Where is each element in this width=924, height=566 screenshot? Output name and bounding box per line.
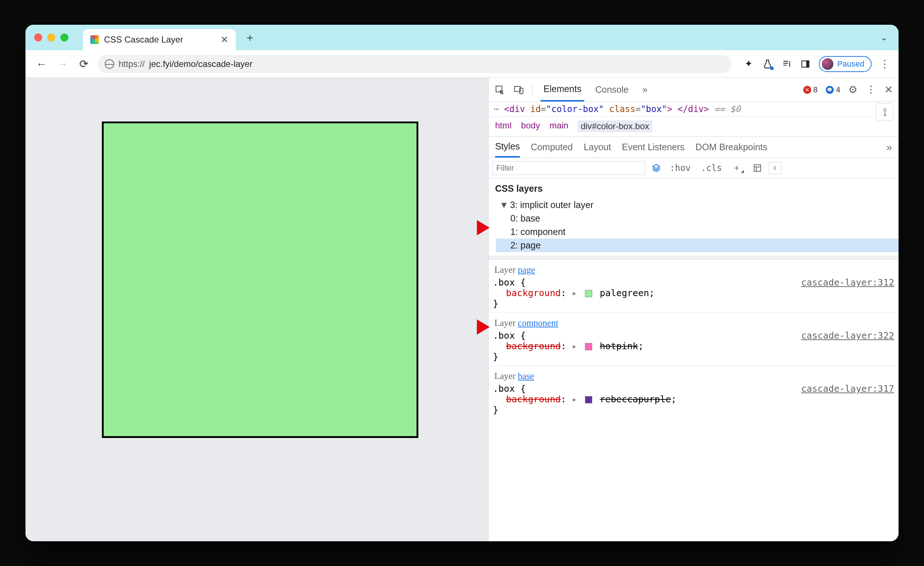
crumb-main[interactable]: main <box>549 120 568 132</box>
tab-elements[interactable]: Elements <box>541 78 584 102</box>
forward-button[interactable]: → <box>55 58 70 70</box>
minimize-window-button[interactable] <box>47 33 55 42</box>
subtab-overflow-button[interactable]: » <box>886 141 892 153</box>
hov-toggle[interactable]: :hov <box>668 163 693 173</box>
tab-overflow-button[interactable]: ⌄ <box>880 32 888 42</box>
avatar-icon <box>822 58 833 70</box>
site-info-icon[interactable] <box>105 59 114 69</box>
layer-label: Layer component <box>493 316 894 330</box>
rule-close-brace: } <box>493 351 894 362</box>
rule-source-link[interactable]: cascade-layer:322 <box>801 330 894 341</box>
layer-parent-label: 3: implicit outer layer <box>510 200 593 210</box>
svg-rect-5 <box>754 165 760 171</box>
dom-breadcrumbs: html body main div#color-box.box <box>489 117 898 137</box>
error-icon: ✕ <box>803 86 811 94</box>
info-icon: 💬 <box>826 86 834 94</box>
devtools-panel: Elements Console » ✕ 8 💬 4 ⚙ ⋮ ✕ ⋯ <box>488 78 898 541</box>
css-layers-tree: ▼ 3: implicit outer layer 0: base 1: com… <box>489 196 898 256</box>
rule-close-brace: } <box>493 404 894 415</box>
settings-icon[interactable]: ⚙ <box>848 84 857 96</box>
ellipsis-icon: ⋯ <box>494 104 499 114</box>
divider <box>489 256 898 259</box>
elements-source-row[interactable]: ⋯ <div id="color-box" class="box"> </div… <box>489 102 898 117</box>
info-count-badge[interactable]: 💬 4 <box>826 85 840 95</box>
side-panel-icon[interactable] <box>800 59 811 69</box>
annotation-arrow-icon <box>461 217 490 239</box>
css-property-name: background <box>506 394 561 404</box>
devtools-menu-button[interactable]: ⋮ <box>866 84 876 95</box>
cls-toggle[interactable]: .cls <box>699 163 724 173</box>
device-toolbar-icon[interactable] <box>513 84 524 95</box>
tab-console[interactable]: Console <box>592 78 632 102</box>
rule-selector[interactable]: .box { <box>493 330 526 341</box>
color-swatch-icon[interactable] <box>585 290 592 297</box>
crumb-body[interactable]: body <box>521 120 540 132</box>
layer-tree-parent[interactable]: ▼ 3: implicit outer layer <box>496 198 898 212</box>
rule-close-brace: } <box>493 298 894 309</box>
rule-selector[interactable]: .box { <box>493 277 526 288</box>
reload-button[interactable]: ⟳ <box>76 57 91 70</box>
subtab-event-listeners[interactable]: Event Listeners <box>622 137 685 158</box>
maximize-window-button[interactable] <box>60 33 68 42</box>
rule-selector[interactable]: .box { <box>493 383 526 394</box>
css-property-value: rebeccapurple <box>600 394 671 404</box>
computed-styles-icon[interactable] <box>752 162 763 174</box>
devtools-toolbar: Elements Console » ✕ 8 💬 4 ⚙ ⋮ ✕ <box>489 78 898 102</box>
css-property-row[interactable]: background: ▸ palegreen; <box>493 288 894 298</box>
page-viewport <box>26 78 488 541</box>
color-swatch-icon[interactable] <box>585 343 592 350</box>
css-property-value: palegreen <box>600 288 649 298</box>
src-attr-class: class <box>609 104 635 114</box>
paused-label: Paused <box>837 59 864 69</box>
browser-tab[interactable]: CSS Cascade Layer ✕ <box>83 29 236 50</box>
crumb-html[interactable]: html <box>495 120 512 132</box>
tab-title: CSS Cascade Layer <box>104 35 183 45</box>
layer-link[interactable]: component <box>518 318 558 328</box>
crumb-selected[interactable]: div#color-box.box <box>578 120 652 132</box>
profile-paused-pill[interactable]: Paused <box>819 56 872 72</box>
reading-list-icon[interactable] <box>781 59 792 69</box>
new-style-rule-button[interactable]: ＋◢ <box>730 162 746 174</box>
layer-tree-item[interactable]: 0: base <box>496 212 898 225</box>
labs-icon[interactable] <box>762 59 773 69</box>
color-swatch-icon[interactable] <box>585 396 592 404</box>
rule-source-link[interactable]: cascade-layer:312 <box>801 277 894 288</box>
layer-link[interactable]: base <box>518 371 534 381</box>
css-property-name: background <box>506 288 561 298</box>
subtab-styles[interactable]: Styles <box>495 137 520 158</box>
layer-tree-item-selected[interactable]: 2: page <box>496 239 898 252</box>
layer-tree-item[interactable]: 1: component <box>496 225 898 239</box>
back-button[interactable]: ← <box>34 58 49 70</box>
layers-toggle-icon[interactable] <box>651 162 662 174</box>
layer-link[interactable]: page <box>518 265 535 275</box>
expand-shorthand-icon[interactable]: ▸ <box>572 288 578 298</box>
styles-subtabs: Styles Computed Layout Event Listeners D… <box>489 137 898 158</box>
src-attr-id: id <box>530 104 541 114</box>
accessibility-icon[interactable]: ⟟ <box>876 103 894 121</box>
close-devtools-button[interactable]: ✕ <box>884 84 893 96</box>
subtab-computed[interactable]: Computed <box>531 137 573 158</box>
layer-label: Layer page <box>493 263 894 277</box>
css-property-value: hotpink <box>600 341 638 351</box>
toggle-sidebar-icon[interactable] <box>769 162 781 174</box>
rule-source-link[interactable]: cascade-layer:317 <box>801 383 894 394</box>
styles-filter-input[interactable] <box>492 161 645 175</box>
css-property-row[interactable]: background: ▸ hotpink; <box>493 341 894 351</box>
new-tab-button[interactable]: ＋ <box>243 30 257 44</box>
expand-shorthand-icon[interactable]: ▸ <box>572 341 578 351</box>
tab-overflow-button[interactable]: » <box>639 78 651 102</box>
error-count-badge[interactable]: ✕ 8 <box>803 85 818 95</box>
address-bar[interactable]: https://jec.fyi/demo/cascade-layer <box>98 55 732 73</box>
chrome-menu-button[interactable]: ⋮ <box>880 58 890 70</box>
css-property-row[interactable]: background: ▸ rebeccapurple; <box>493 394 894 404</box>
close-window-button[interactable] <box>34 33 42 42</box>
subtab-layout[interactable]: Layout <box>584 137 611 158</box>
inspect-element-icon[interactable] <box>494 84 505 95</box>
caret-down-icon: ▼ <box>500 200 506 210</box>
extensions-icon[interactable]: ✦ <box>743 59 754 69</box>
styles-pane: CSS layers ▼ 3: implicit outer layer 0: … <box>489 178 898 541</box>
info-count: 4 <box>836 85 840 95</box>
expand-shorthand-icon[interactable]: ▸ <box>572 394 578 404</box>
close-tab-button[interactable]: ✕ <box>220 34 228 45</box>
subtab-dom-breakpoints[interactable]: DOM Breakpoints <box>696 137 767 158</box>
